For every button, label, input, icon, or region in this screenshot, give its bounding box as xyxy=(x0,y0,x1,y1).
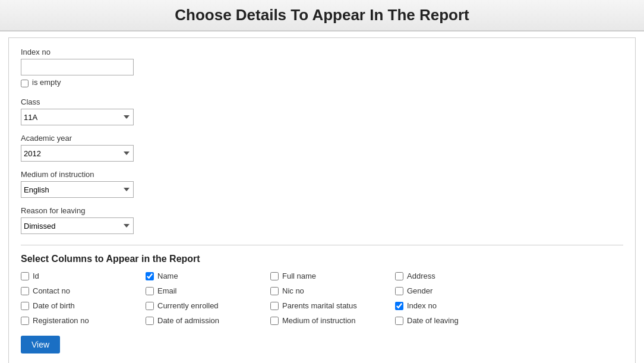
col-registeration-no-label: Registeration no xyxy=(33,316,89,325)
medium-select[interactable]: English Sinhala Tamil xyxy=(21,181,134,198)
col-full-name: Full name xyxy=(270,272,395,280)
col-gender: Gender xyxy=(395,286,520,295)
academic-year-select[interactable]: 2012 2013 2014 2015 xyxy=(21,145,134,162)
col-gender-label: Gender xyxy=(407,286,433,295)
reason-group: Reason for leaving Dimissed Completed Tr… xyxy=(21,206,623,234)
col-parents-marital-status: Parents marital status xyxy=(270,301,395,310)
page-title: Choose Details To Appear In The Report xyxy=(0,6,644,24)
col-medium-of-instruction-checkbox[interactable] xyxy=(270,317,279,325)
col-date-of-birth-checkbox[interactable] xyxy=(21,302,29,310)
col-parents-marital-status-label: Parents marital status xyxy=(282,301,357,310)
col-index-no-label: Index no xyxy=(407,301,437,310)
col-date-of-leaving-checkbox[interactable] xyxy=(395,317,403,325)
index-no-label: Index no xyxy=(21,48,623,56)
col-full-name-label: Full name xyxy=(282,272,316,280)
reason-label: Reason for leaving xyxy=(21,206,623,215)
col-name-label: Name xyxy=(157,272,178,280)
is-empty-checkbox[interactable] xyxy=(21,80,29,87)
col-date-of-admission-checkbox[interactable] xyxy=(146,317,154,325)
main-content: Index no is empty Class 11A 11B 12A 12B … xyxy=(8,37,636,363)
col-address-checkbox[interactable] xyxy=(395,272,403,280)
col-medium-of-instruction: Medium of instruction xyxy=(270,316,395,325)
divider xyxy=(21,245,623,245)
medium-group: Medium of instruction English Sinhala Ta… xyxy=(21,170,623,198)
col-index-no-checkbox[interactable] xyxy=(395,302,403,310)
col-contact-no-label: Contact no xyxy=(33,286,70,295)
col-email-checkbox[interactable] xyxy=(146,287,154,295)
col-full-name-checkbox[interactable] xyxy=(270,272,279,280)
index-no-input[interactable] xyxy=(21,59,134,75)
col-nic-no: Nic no xyxy=(270,286,395,295)
col-email: Email xyxy=(146,286,270,295)
is-empty-label: is empty xyxy=(32,78,61,87)
academic-year-group: Academic year 2012 2013 2014 2015 xyxy=(21,134,623,162)
col-contact-no: Contact no xyxy=(21,286,146,295)
col-registeration-no: Registeration no xyxy=(21,316,146,325)
columns-grid: Id Name Full name Address Contact no Ema… xyxy=(21,272,623,325)
medium-label: Medium of instruction xyxy=(21,170,623,179)
col-registeration-no-checkbox[interactable] xyxy=(21,317,29,325)
col-nic-no-label: Nic no xyxy=(282,286,304,295)
col-index-no: Index no xyxy=(395,301,520,310)
col-gender-checkbox[interactable] xyxy=(395,287,403,295)
col-date-of-birth-label: Date of birth xyxy=(33,301,75,310)
col-id-checkbox[interactable] xyxy=(21,272,29,280)
reason-select[interactable]: Dimissed Completed Transferred xyxy=(21,217,134,234)
page-header: Choose Details To Appear In The Report xyxy=(0,0,644,31)
index-no-group: Index no is empty xyxy=(21,48,623,89)
col-name: Name xyxy=(146,272,270,280)
academic-year-label: Academic year xyxy=(21,134,623,143)
class-label: Class xyxy=(21,97,623,106)
col-date-of-birth: Date of birth xyxy=(21,301,146,310)
col-date-of-admission-label: Date of admission xyxy=(157,316,219,325)
col-date-of-leaving-label: Date of leaving xyxy=(407,316,459,325)
view-button[interactable]: View xyxy=(21,336,60,353)
col-date-of-admission: Date of admission xyxy=(146,316,270,325)
col-parents-marital-status-checkbox[interactable] xyxy=(270,302,279,310)
col-contact-no-checkbox[interactable] xyxy=(21,287,29,295)
col-medium-of-instruction-label: Medium of instruction xyxy=(282,316,356,325)
class-group: Class 11A 11B 12A 12B xyxy=(21,97,623,125)
class-select[interactable]: 11A 11B 12A 12B xyxy=(21,109,134,125)
col-id: Id xyxy=(21,272,146,280)
col-address: Address xyxy=(395,272,520,280)
col-currently-enrolled: Currently enrolled xyxy=(146,301,270,310)
col-address-label: Address xyxy=(407,272,435,280)
col-id-label: Id xyxy=(33,272,39,280)
col-name-checkbox[interactable] xyxy=(146,272,154,280)
col-email-label: Email xyxy=(157,286,177,295)
col-currently-enrolled-label: Currently enrolled xyxy=(157,301,219,310)
col-currently-enrolled-checkbox[interactable] xyxy=(146,302,154,310)
col-nic-no-checkbox[interactable] xyxy=(270,287,279,295)
col-date-of-leaving: Date of leaving xyxy=(395,316,520,325)
is-empty-row: is empty xyxy=(21,78,623,89)
columns-section-title: Select Columns to Appear in the Report xyxy=(21,254,623,264)
